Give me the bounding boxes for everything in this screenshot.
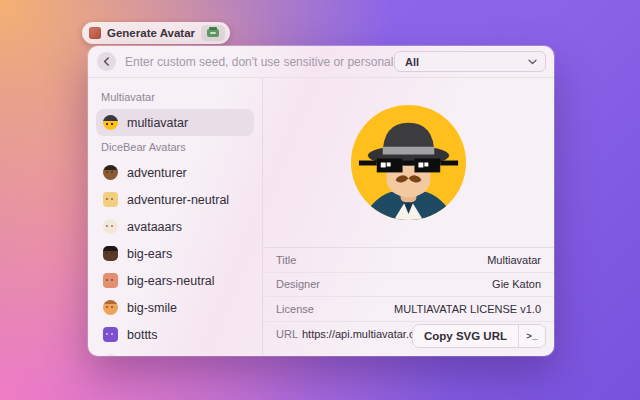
- extension-icon: [89, 27, 101, 39]
- style-list: Multiavatar multiavatar DiceBear Avatars…: [88, 78, 262, 356]
- meta-row-designer: Designer Gie Katon: [263, 273, 554, 298]
- back-button[interactable]: [97, 52, 116, 71]
- sidebar-item-bottts[interactable]: bottts: [96, 321, 254, 348]
- section-title-dicebear: DiceBear Avatars: [96, 136, 254, 159]
- meta-value: MULTIAVATAR LICENSE v1.0: [394, 303, 541, 315]
- sidebar-item-big-ears[interactable]: big-ears: [96, 240, 254, 267]
- terminal-icon[interactable]: >_: [519, 325, 545, 347]
- meta-value: Gie Katon: [492, 278, 541, 290]
- sidebar-item-label: big-ears-neutral: [127, 274, 215, 288]
- action-bar: Copy SVG URL >_: [412, 324, 546, 348]
- avatar-preview: [263, 78, 554, 247]
- meta-row-title: Title Multiavatar: [263, 248, 554, 273]
- seed-input[interactable]: [125, 55, 394, 69]
- croodles-thumbnail-icon: [103, 354, 118, 356]
- detail-pane: Title Multiavatar Designer Gie Katon Lic…: [263, 78, 554, 356]
- chevron-left-icon: [103, 57, 110, 66]
- meta-value: Multiavatar: [487, 254, 541, 266]
- bottts-thumbnail-icon: [103, 327, 118, 342]
- sidebar-item-label: big-ears: [127, 247, 172, 261]
- adventurer-thumbnail-icon: [103, 165, 118, 180]
- window-body: Multiavatar multiavatar DiceBear Avatars…: [88, 78, 554, 356]
- sidebar-item-big-ears-neutral[interactable]: big-ears-neutral: [96, 267, 254, 294]
- chevron-down-icon: [528, 59, 537, 65]
- sidebar-item-label: multiavatar: [127, 116, 188, 130]
- tag-badge: [201, 25, 225, 41]
- section-title-multiavatar: Multiavatar: [96, 86, 254, 109]
- filter-dropdown-value: All: [405, 56, 528, 68]
- search-header: All: [88, 46, 554, 78]
- meta-label: URL: [276, 328, 298, 340]
- big-ears-neutral-thumbnail-icon: [103, 273, 118, 288]
- sidebar-item-adventurer-neutral[interactable]: adventurer-neutral: [96, 186, 254, 213]
- command-tag[interactable]: Generate Avatar: [82, 22, 230, 44]
- sidebar-item-big-smile[interactable]: big-smile: [96, 294, 254, 321]
- sidebar-item-label: big-smile: [127, 301, 177, 315]
- sidebar-item-multiavatar[interactable]: multiavatar: [96, 109, 254, 136]
- big-ears-thumbnail-icon: [103, 246, 118, 261]
- filter-dropdown[interactable]: All: [394, 51, 546, 72]
- sidebar-item-adventurer[interactable]: adventurer: [96, 159, 254, 186]
- generate-avatar-window: All Multiavatar multiavatar DiceBear Ava…: [88, 46, 554, 356]
- big-smile-thumbnail-icon: [103, 300, 118, 315]
- multiavatar-thumbnail-icon: [103, 115, 118, 130]
- meta-row-license: License MULTIAVATAR LICENSE v1.0: [263, 297, 554, 322]
- sidebar-item-label: avataaars: [127, 220, 182, 234]
- multiavatar-preview-image: [349, 103, 468, 222]
- printer-icon: [207, 29, 219, 37]
- sidebar-item-avataaars[interactable]: avataaars: [96, 213, 254, 240]
- sidebar-item-label: bottts: [127, 328, 158, 342]
- meta-label: Designer: [276, 278, 320, 290]
- sidebar-item-label: adventurer-neutral: [127, 193, 229, 207]
- sidebar-item-label: croodles: [127, 355, 174, 357]
- avataaars-thumbnail-icon: [103, 219, 118, 234]
- adventurer-neutral-thumbnail-icon: [103, 192, 118, 207]
- copy-svg-url-button[interactable]: Copy SVG URL: [413, 325, 518, 347]
- desktop-background: Generate Avatar All Multiavatar: [0, 0, 640, 400]
- meta-label: License: [276, 303, 314, 315]
- sidebar-item-croodles[interactable]: croodles: [96, 348, 254, 356]
- meta-label: Title: [276, 254, 296, 266]
- command-tag-label: Generate Avatar: [107, 27, 195, 39]
- sidebar-item-label: adventurer: [127, 166, 187, 180]
